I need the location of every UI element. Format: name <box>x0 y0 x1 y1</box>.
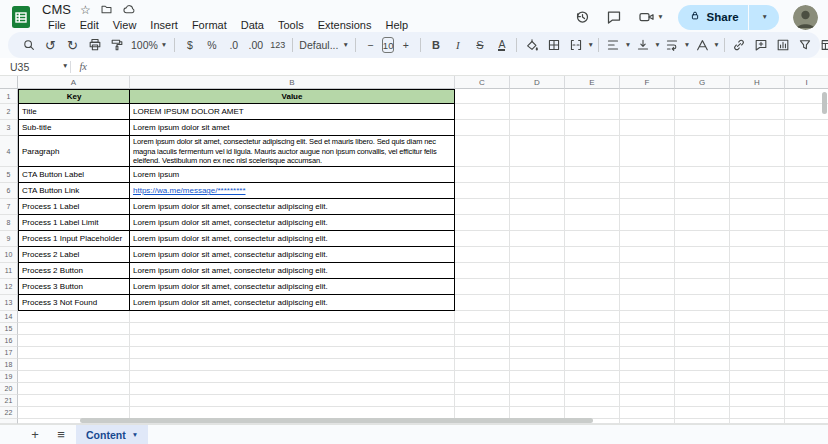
row-header-8[interactable]: 8 <box>0 215 18 231</box>
empty-cells[interactable] <box>455 215 828 231</box>
borders-icon[interactable] <box>543 34 564 56</box>
increase-font-size-button[interactable]: + <box>395 34 416 56</box>
sheet-tab-content[interactable]: Content ▼ <box>76 425 148 444</box>
row-header-6[interactable]: 6 <box>0 183 18 199</box>
empty-cells[interactable] <box>455 231 828 247</box>
menu-insert[interactable]: Insert <box>144 19 184 31</box>
menu-tools[interactable]: Tools <box>272 19 310 31</box>
row-header-19[interactable]: 19 <box>0 371 18 383</box>
sheet-tab-menu-icon[interactable]: ▼ <box>132 431 138 438</box>
empty-cells[interactable] <box>455 247 828 263</box>
undo-icon[interactable]: ↺ <box>40 34 61 56</box>
menu-data[interactable]: Data <box>235 19 270 31</box>
cell-b10[interactable]: Lorem ipsum dolor sit amet, consectetur … <box>130 247 455 263</box>
empty-cell[interactable] <box>130 335 455 347</box>
document-title[interactable]: CMS <box>42 2 71 17</box>
insert-comment-icon[interactable] <box>751 34 772 56</box>
column-header-a[interactable]: A <box>18 76 130 89</box>
insert-chart-icon[interactable] <box>773 34 794 56</box>
add-sheet-icon[interactable]: + <box>24 426 46 444</box>
cell-a12[interactable]: Process 3 Button <box>18 279 130 295</box>
format-currency-button[interactable]: $ <box>179 34 200 56</box>
column-header-f[interactable]: F <box>620 76 675 89</box>
comment-history-icon[interactable] <box>605 8 623 26</box>
cell-b4[interactable]: Lorem ipsum dolor sit amet, consectetur … <box>130 136 455 167</box>
cloud-status-icon[interactable] <box>122 3 136 16</box>
row-header-22[interactable]: 22 <box>0 407 18 419</box>
row-header-14[interactable]: 14 <box>0 311 18 323</box>
text-rotation-dropdown-icon[interactable]: ▼ <box>713 42 719 49</box>
row-header-1[interactable]: 1 <box>0 89 18 104</box>
cell-b8[interactable]: Lorem ipsum dolor sit amet, consectetur … <box>130 215 455 231</box>
name-box-dropdown-icon[interactable]: ▼ <box>62 63 68 70</box>
filter-icon[interactable] <box>795 34 816 56</box>
empty-cells[interactable] <box>455 89 828 104</box>
bold-button[interactable]: B <box>425 34 446 56</box>
empty-cells[interactable] <box>455 104 828 120</box>
text-color-button[interactable]: A <box>498 39 505 51</box>
empty-cell[interactable] <box>130 395 455 407</box>
format-percent-button[interactable]: % <box>201 34 222 56</box>
cell-b12[interactable]: Lorem ipsum dolor sit amet, consectetur … <box>130 279 455 295</box>
row-header-23[interactable] <box>0 419 18 424</box>
empty-cell[interactable] <box>18 395 130 407</box>
empty-cells[interactable] <box>455 371 828 383</box>
vertical-align-icon[interactable] <box>632 34 653 56</box>
empty-cells[interactable] <box>455 395 828 407</box>
vertical-scrollbar[interactable] <box>822 92 827 114</box>
row-header-20[interactable]: 20 <box>0 383 18 395</box>
cell-a1[interactable]: Key <box>18 89 130 104</box>
column-header-e[interactable]: E <box>565 76 620 89</box>
meet-presentation-control[interactable]: ▼ <box>637 8 663 26</box>
text-wrap-icon[interactable] <box>662 34 683 56</box>
column-header-g[interactable]: G <box>675 76 730 89</box>
empty-cell[interactable] <box>18 323 130 335</box>
column-header-h[interactable]: H <box>730 76 785 89</box>
table-views-icon[interactable] <box>817 34 828 56</box>
font-size-input[interactable]: 10 <box>382 37 395 53</box>
row-header-9[interactable]: 9 <box>0 231 18 247</box>
empty-cells[interactable] <box>455 167 828 183</box>
empty-cell[interactable] <box>18 347 130 359</box>
empty-cells[interactable] <box>455 383 828 395</box>
row-header-4[interactable]: 4 <box>0 136 18 167</box>
horizontal-scrollbar[interactable] <box>80 418 593 423</box>
empty-cell[interactable] <box>18 383 130 395</box>
row-header-12[interactable]: 12 <box>0 279 18 295</box>
empty-cells[interactable] <box>455 183 828 199</box>
cell-a3[interactable]: Sub-title <box>18 120 130 136</box>
menu-help[interactable]: Help <box>379 19 414 31</box>
cell-b9[interactable]: Lorem ipsum dolor sit amet, consectetur … <box>130 231 455 247</box>
empty-cells[interactable] <box>455 335 828 347</box>
zoom-select[interactable]: 100% ▼ <box>128 39 170 51</box>
cell-a13[interactable]: Process 3 Not Found <box>18 295 130 311</box>
empty-cell[interactable] <box>130 311 455 323</box>
row-header-7[interactable]: 7 <box>0 199 18 215</box>
share-dropdown-icon[interactable]: ▼ <box>755 14 775 21</box>
empty-cells[interactable] <box>455 120 828 136</box>
empty-cell[interactable] <box>130 359 455 371</box>
cell-a5[interactable]: CTA Button Label <box>18 167 130 183</box>
menu-extensions[interactable]: Extensions <box>312 19 378 31</box>
cell-b6-link[interactable]: https://wa.me/message/********* <box>130 183 455 199</box>
row-header-5[interactable]: 5 <box>0 167 18 183</box>
more-formats-button[interactable]: 123 <box>267 34 288 56</box>
spreadsheet-grid[interactable]: A B C D E F G H I 1 Key Value 2 Title LO… <box>0 76 828 424</box>
row-header-16[interactable]: 16 <box>0 335 18 347</box>
sheets-logo-icon[interactable] <box>8 4 34 30</box>
increase-decimal-button[interactable]: .00 <box>245 34 266 56</box>
menu-view[interactable]: View <box>107 19 143 31</box>
column-header-c[interactable]: C <box>455 76 510 89</box>
column-header-b[interactable]: B <box>130 76 455 89</box>
search-menus-icon[interactable] <box>18 34 39 56</box>
row-header-15[interactable]: 15 <box>0 323 18 335</box>
column-header-d[interactable]: D <box>510 76 565 89</box>
empty-cell[interactable] <box>130 323 455 335</box>
cell-a9[interactable]: Process 1 Input Placeholder <box>18 231 130 247</box>
select-all-corner[interactable] <box>0 76 18 89</box>
row-header-10[interactable]: 10 <box>0 247 18 263</box>
account-avatar[interactable] <box>793 5 818 30</box>
empty-cells[interactable] <box>455 199 828 215</box>
cell-b3[interactable]: Lorem ipsum dolor sit amet <box>130 120 455 136</box>
row-header-2[interactable]: 2 <box>0 104 18 120</box>
